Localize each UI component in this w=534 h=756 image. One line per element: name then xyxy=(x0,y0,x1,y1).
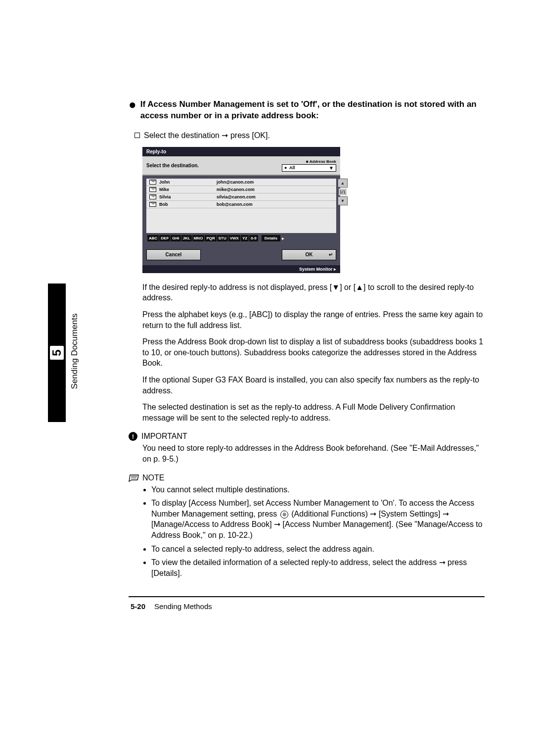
row-email: silvia@canon.com xyxy=(217,194,256,199)
ss-instruction: Select the destination. xyxy=(146,163,199,168)
substep: Select the destination ➞ press [OK]. xyxy=(134,131,485,140)
mail-icon xyxy=(149,194,156,199)
mail-icon xyxy=(149,180,156,185)
row-name: John xyxy=(159,180,214,185)
list-item[interactable]: Mike mike@canon.com xyxy=(146,186,336,193)
important-label: IMPORTANT xyxy=(141,432,187,441)
substep-text: Select the destination ➞ press [OK]. xyxy=(144,131,270,140)
alpha-key[interactable]: MNO xyxy=(192,235,205,241)
important-icon: ! xyxy=(129,432,137,441)
case-heading: ● If Access Number Management is set to … xyxy=(129,99,485,122)
chapter-tab: 5 xyxy=(48,284,66,422)
note-item: To cancel a selected reply-to address, s… xyxy=(151,544,485,555)
chapter-label: Sending Documents xyxy=(70,313,80,389)
checkbox-icon xyxy=(134,133,140,138)
system-monitor-button[interactable]: System Monitor ▸ xyxy=(142,265,340,273)
ok-button[interactable]: OK↵ xyxy=(282,249,336,260)
ss-title: Reply-to xyxy=(142,147,340,156)
row-email: john@canon.com xyxy=(217,180,254,185)
row-email: mike@canon.com xyxy=(217,187,255,192)
device-screenshot: Reply-to Select the destination. ■ Addre… xyxy=(142,147,340,273)
list-item[interactable]: Bob bob@canon.com xyxy=(146,201,336,208)
chapter-label-wrap: Sending Documents xyxy=(69,297,80,406)
row-name: Silvia xyxy=(159,194,214,199)
note-item: To view the detailed information of a se… xyxy=(151,557,485,578)
substep-suffix: press [OK]. xyxy=(230,131,270,140)
list-item[interactable]: John john@canon.com xyxy=(146,179,336,186)
arrow-icon: ➞ xyxy=(222,131,228,140)
paragraph: Press the alphabet keys (e.g., [ABC]) to… xyxy=(142,309,485,331)
page-number: 5-20 xyxy=(131,602,145,611)
note-label: NOTE xyxy=(142,473,164,482)
important-body: You need to store reply-to addresses in … xyxy=(142,443,485,464)
details-arrow-icon: ▸ xyxy=(282,236,284,241)
arrow-icon: ➞ xyxy=(443,510,449,518)
paragraph: Press the Address Book drop-down list to… xyxy=(142,336,485,369)
scroll-down-button[interactable]: ▼ xyxy=(338,196,348,205)
alpha-key[interactable]: DEF xyxy=(159,235,170,241)
arrow-icon: ➞ xyxy=(439,558,445,567)
paragraph: The selected destination is set as the r… xyxy=(142,402,485,423)
ss-dropdown[interactable]: ● All ▼ xyxy=(282,164,336,172)
cancel-button[interactable]: Cancel xyxy=(146,249,201,260)
note-item: You cannot select multiple destinations. xyxy=(151,484,485,495)
chapter-number: 5 xyxy=(50,346,64,360)
alpha-key[interactable]: ABC xyxy=(147,235,159,241)
chevron-down-icon: ▼ xyxy=(329,165,334,171)
alpha-key[interactable]: VWX xyxy=(228,235,240,241)
row-name: Bob xyxy=(159,202,214,207)
page-footer: 5-20 Sending Methods xyxy=(131,602,485,611)
paragraph: If the desired reply-to address is not d… xyxy=(142,282,485,303)
note-heading: NOTE xyxy=(129,473,485,482)
list-item[interactable]: Silvia silvia@canon.com xyxy=(146,193,336,201)
enter-icon: ↵ xyxy=(329,252,333,257)
alpha-key[interactable]: GHI xyxy=(171,235,180,241)
ss-dropdown-value: All xyxy=(289,165,295,170)
pager: 1/1 xyxy=(339,189,347,195)
note-item: To display [Access Number], set Access N… xyxy=(151,498,485,540)
bullet-icon: ● xyxy=(129,98,136,122)
alpha-key[interactable]: YZ xyxy=(241,235,249,241)
ss-dropdown-bullet: ● xyxy=(284,165,287,170)
scroll-up-button[interactable]: ▲ xyxy=(338,179,348,188)
arrow-icon: ➞ xyxy=(274,520,280,528)
note-list: You cannot select multiple destinations.… xyxy=(142,484,485,579)
row-name: Mike xyxy=(159,187,214,192)
substep-prefix: Select the destination xyxy=(144,131,220,140)
section-name: Sending Methods xyxy=(154,602,212,611)
ss-list[interactable]: John john@canon.com Mike mike@canon.com … xyxy=(146,179,336,233)
additional-functions-icon: ⊛ xyxy=(280,511,288,519)
arrow-icon: ➞ xyxy=(370,510,376,518)
case-heading-text: If Access Number Management is set to 'O… xyxy=(140,99,485,122)
ss-dropdown-label: ■ Address Book xyxy=(282,159,336,164)
mail-icon xyxy=(149,187,156,192)
alpha-key[interactable]: STU xyxy=(217,235,228,241)
alpha-key[interactable]: 0-9 xyxy=(249,235,258,241)
note-icon xyxy=(129,474,138,482)
paragraph: If the optional Super G3 FAX Board is in… xyxy=(142,375,485,396)
mail-icon xyxy=(149,202,156,207)
details-button[interactable]: Details xyxy=(262,235,280,241)
row-email: bob@canon.com xyxy=(217,202,253,207)
alpha-key[interactable]: JKL xyxy=(181,235,192,241)
alpha-key[interactable]: PQR xyxy=(205,235,216,241)
alpha-keys: ABC DEF GHI JKL MNO PQR STU VWX YZ 0-9 D… xyxy=(146,233,336,242)
footer-rule xyxy=(129,596,485,597)
important-heading: ! IMPORTANT xyxy=(129,432,485,441)
